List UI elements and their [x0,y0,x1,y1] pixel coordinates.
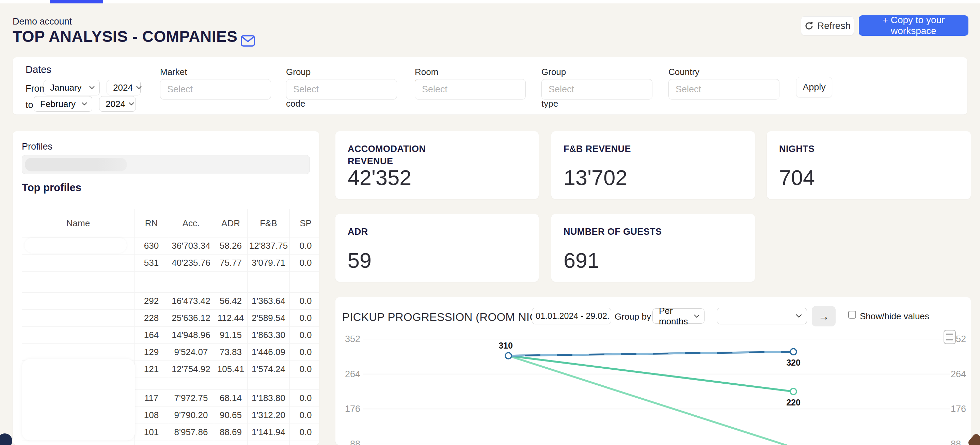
table-cell: 105.41 [214,361,247,378]
kpi-title: NIGHTS [779,143,888,155]
kpi-number-of-guests: NUMBER OF GUESTS 691 [551,214,755,282]
room-type-input[interactable]: Select [415,79,526,99]
column-header-rn[interactable]: RN [135,209,168,237]
table-cell: 112.44 [214,310,247,327]
mail-icon[interactable] [240,34,255,49]
table-cell: 12'837.75 [247,238,290,254]
table-cell: 1'863.30 [247,327,290,343]
table-header-row: Name RN Acc. ADR F&B SP [22,209,319,237]
svg-text:264: 264 [345,369,360,379]
chat-widget-corner[interactable] [0,434,12,445]
table-row[interactable]: 1299'524.0773.831'446.090.0 [22,343,319,360]
table-cell [290,271,319,292]
table-cell: 3'079.71 [247,255,290,271]
table-cell [135,271,168,292]
svg-text:220: 220 [786,398,800,407]
table-row[interactable]: 29216'473.4256.421'363.640.0 [22,292,319,309]
kpi-title: ACCOMODATION REVENUE [348,143,457,167]
profile-chip-skeleton [25,158,127,171]
market-code-input[interactable]: Select [160,79,271,99]
column-header-sp[interactable]: SP [290,209,319,237]
kpi-value: 59 [348,248,372,273]
table-cell: 0.0 [290,361,319,378]
table-cell: 0.0 [290,390,319,407]
refresh-label: Refresh [817,21,851,31]
table-cell: 7'972.75 [168,390,214,407]
profiles-label: Profiles [22,141,52,152]
svg-text:176: 176 [345,404,360,414]
table-cell: 36'703.34 [168,238,214,254]
table-cell: 91.15 [214,327,247,343]
group-market-code-input[interactable]: Select [286,79,397,99]
chart-menu-icon[interactable] [943,330,956,344]
refresh-button[interactable]: Refresh [801,16,854,35]
kpi-adr: ADR 59 [336,214,539,282]
table-cell: 9'790.20 [168,407,214,424]
kpi-fb-revenue: F&B REVENUE 13'702 [551,131,755,199]
table-cell: 8'957.86 [168,424,214,440]
table-cell [290,378,319,389]
table-cell: 1'574.24 [247,361,290,378]
table-row[interactable] [22,271,319,292]
column-header-acc[interactable]: Acc. [168,209,214,237]
top-strip [0,0,980,3]
svg-text:176: 176 [951,404,966,414]
from-year-select[interactable]: 2024 [107,80,141,96]
kpi-value: 691 [563,248,599,273]
filter-bar: Dates From to January 2024 February 2024… [13,57,967,115]
table-cell: 0.0 [290,344,319,360]
table-row[interactable]: 22825'636.12112.442'589.540.0 [22,309,319,327]
from-year-value: 2024 [113,83,133,93]
table-row[interactable] [22,440,319,445]
page-title: TOP ANALYSIS - COMPANIES [13,27,237,46]
dates-label: Dates [25,64,51,75]
svg-text:310: 310 [498,341,513,350]
kpi-title: F&B REVENUE [563,143,673,155]
table-cell [247,441,290,445]
kpi-accomodation-revenue: ACCOMODATION REVENUE 42'352 [336,131,539,199]
to-month-value: February [40,99,76,109]
profiles-panel: Profiles Top profiles Name RN Acc. ADR F… [13,131,319,445]
copy-to-workspace-button[interactable]: + Copy to your workspace [859,15,969,36]
table-cell [290,441,319,445]
table-cell: 1'183.80 [247,390,290,407]
table-cell: 12'754.92 [168,361,214,378]
table-cell: 9'524.07 [168,344,214,360]
profiles-search-input[interactable] [22,155,310,174]
pickup-progression-panel: PICKUP PROGRESSION (ROOM NIGHTS) Group b… [336,297,971,445]
table-cell: 1'141.94 [247,424,290,440]
table-cell: 108 [135,407,168,424]
to-year-value: 2024 [105,99,125,109]
table-cell: 0.0 [290,327,319,343]
table-cell: 73.83 [214,344,247,360]
table-cell: 0.0 [290,238,319,254]
table-cell [247,271,290,292]
apply-button[interactable]: Apply [796,77,832,97]
svg-text:88: 88 [951,439,961,445]
table-cell: 16'473.42 [168,293,214,309]
table-row[interactable]: 53140'235.7675.773'079.710.0 [22,254,319,271]
table-row[interactable]: 16414'948.9691.151'863.300.0 [22,327,319,343]
top-accent-bar [50,0,103,3]
column-header-name[interactable]: Name [22,209,135,237]
svg-text:88: 88 [350,439,360,445]
table-cell [22,441,135,445]
table-cell [135,378,168,389]
svg-text:320: 320 [786,358,800,367]
to-month-select[interactable]: February [34,96,92,112]
table-cell: 117 [135,390,168,407]
account-label: Demo account [13,16,72,27]
to-year-select[interactable]: 2024 [99,96,136,112]
country-input[interactable]: Select [668,79,780,99]
column-header-adr[interactable]: ADR [214,209,247,237]
group-room-type-input[interactable]: Select [541,79,652,99]
table-cell [135,441,168,445]
column-header-fb[interactable]: F&B [247,209,290,237]
table-cell [214,441,247,445]
kpi-title: ADR [348,226,457,238]
from-month-select[interactable]: January [44,80,100,96]
table-cell: 75.77 [214,255,247,271]
table-cell: 1'363.64 [247,293,290,309]
table-cell: 164 [135,327,168,343]
kpi-title: NUMBER OF GUESTS [563,226,673,238]
